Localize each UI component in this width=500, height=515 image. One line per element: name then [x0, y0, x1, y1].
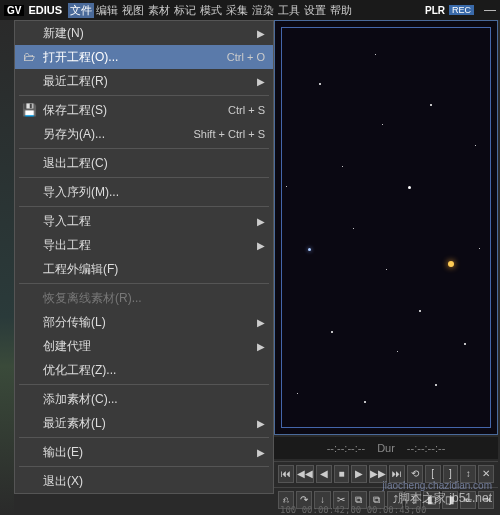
- menu-separator: [19, 95, 269, 96]
- mark-out-button[interactable]: ]: [443, 465, 459, 483]
- app-name: EDIUS: [28, 4, 62, 16]
- expand-button[interactable]: ↕: [460, 465, 476, 483]
- menu-external-edit[interactable]: 工程外编辑(F): [15, 257, 273, 281]
- menu-separator: [19, 384, 269, 385]
- menu-exit-label: 退出(X): [43, 473, 265, 490]
- submenu-arrow-icon: ▶: [257, 76, 265, 87]
- go-start-button[interactable]: ⏮: [278, 465, 294, 483]
- submenu-arrow-icon: ▶: [257, 28, 265, 39]
- step-back-button[interactable]: ◀: [316, 465, 332, 483]
- file-menu-dropdown: 新建(N) ▶ 🗁 打开工程(O)... Ctrl + O 最近工程(R) ▶ …: [14, 20, 274, 494]
- rewind-button[interactable]: ◀◀: [296, 465, 314, 483]
- timecode-out: --:--:--:--: [407, 442, 445, 454]
- submenu-arrow-icon: ▶: [257, 240, 265, 251]
- menu-recent-projects[interactable]: 最近工程(R) ▶: [15, 69, 273, 93]
- menu-close-project[interactable]: 退出工程(C): [15, 151, 273, 175]
- menu-export-project[interactable]: 导出工程 ▶: [15, 233, 273, 257]
- menu-open-label: 打开工程(O)...: [43, 49, 215, 66]
- brand-logo: GV: [4, 5, 24, 16]
- menu-saveas[interactable]: 另存为(A)... Shift + Ctrl + S: [15, 122, 273, 146]
- next-edit-button[interactable]: ⇥: [478, 491, 494, 509]
- menu-importproj-label: 导入工程: [43, 213, 257, 230]
- rec-badge: REC: [449, 5, 474, 15]
- submenu-arrow-icon: ▶: [257, 341, 265, 352]
- timecode-in: --:--:--:--: [327, 442, 365, 454]
- menu-partial-label: 部分传输(L): [43, 314, 257, 331]
- menu-recent-label: 最近工程(R): [43, 73, 257, 90]
- prev-edit-button[interactable]: ⇤: [460, 491, 476, 509]
- menu-output-label: 输出(E): [43, 444, 257, 461]
- menu-new[interactable]: 新建(N) ▶: [15, 21, 273, 45]
- menu-clip[interactable]: 素材: [146, 3, 172, 18]
- submenu-arrow-icon: ▶: [257, 418, 265, 429]
- menu-save-label: 保存工程(S): [43, 102, 216, 119]
- menu-render[interactable]: 渲染: [250, 3, 276, 18]
- menu-partial-transfer[interactable]: 部分传输(L) ▶: [15, 310, 273, 334]
- menu-separator: [19, 177, 269, 178]
- submenu-arrow-icon: ▶: [257, 216, 265, 227]
- titlebar: GV EDIUS 文件 编辑 视图 素材 标记 模式 采集 渲染 工具 设置 帮…: [0, 0, 500, 20]
- menu-output[interactable]: 输出(E) ▶: [15, 440, 273, 464]
- menu-capture[interactable]: 采集: [224, 3, 250, 18]
- timecode-bar: --:--:--:-- Dur --:--:--:--: [274, 437, 498, 459]
- menu-file[interactable]: 文件: [68, 3, 94, 18]
- menu-separator: [19, 148, 269, 149]
- menu-importseq-label: 导入序列(M)...: [43, 184, 265, 201]
- play-button[interactable]: ▶: [351, 465, 367, 483]
- menu-saveas-shortcut: Shift + Ctrl + S: [193, 128, 265, 140]
- menu-close-label: 退出工程(C): [43, 155, 265, 172]
- save-icon: 💾: [15, 103, 43, 117]
- menu-edit[interactable]: 编辑: [94, 3, 120, 18]
- menu-new-label: 新建(N): [43, 25, 257, 42]
- mark-in-button[interactable]: [: [425, 465, 441, 483]
- timeline-timecode: 100 00:00:42;00 00:00:43;00: [280, 505, 426, 515]
- menu-optimize-label: 优化工程(Z)...: [43, 362, 265, 379]
- menu-add-clip[interactable]: 添加素材(C)...: [15, 387, 273, 411]
- stop-button[interactable]: ■: [334, 465, 350, 483]
- close-button[interactable]: ✕: [478, 465, 494, 483]
- menu-recent-clips[interactable]: 最近素材(L) ▶: [15, 411, 273, 435]
- menu-proxy-label: 创建代理: [43, 338, 257, 355]
- menu-save-shortcut: Ctrl + S: [228, 104, 265, 116]
- folder-open-icon: 🗁: [15, 50, 43, 64]
- menu-separator: [19, 437, 269, 438]
- menu-optimize[interactable]: 优化工程(Z)...: [15, 358, 273, 382]
- menu-exportproj-label: 导出工程: [43, 237, 257, 254]
- preview-monitor: [274, 20, 498, 435]
- menu-recentclip-label: 最近素材(L): [43, 415, 257, 432]
- minimize-button[interactable]: —: [484, 3, 496, 17]
- menu-open-project[interactable]: 🗁 打开工程(O)... Ctrl + O: [15, 45, 273, 69]
- menu-separator: [19, 206, 269, 207]
- submenu-arrow-icon: ▶: [257, 317, 265, 328]
- titlebar-right: PLR REC —: [425, 3, 496, 17]
- go-end-button[interactable]: ⏭: [389, 465, 405, 483]
- menu-import-project[interactable]: 导入工程 ▶: [15, 209, 273, 233]
- loop-button[interactable]: ⟲: [407, 465, 423, 483]
- menu-open-shortcut: Ctrl + O: [227, 51, 265, 63]
- trim-out-button[interactable]: ◨: [442, 491, 458, 509]
- menu-exit[interactable]: 退出(X): [15, 469, 273, 493]
- transport-controls: ⏮ ◀◀ ◀ ■ ▶ ▶▶ ⏭ ⟲ [ ] ↕ ✕: [274, 461, 498, 485]
- menu-saveas-label: 另存为(A)...: [43, 126, 181, 143]
- menu-extedit-label: 工程外编辑(F): [43, 261, 265, 278]
- menu-settings[interactable]: 设置: [302, 3, 328, 18]
- menu-restore-offline: 恢复离线素材(R)...: [15, 286, 273, 310]
- duration-label: Dur: [377, 442, 395, 454]
- preview-content: [275, 21, 497, 434]
- menu-view[interactable]: 视图: [120, 3, 146, 18]
- menu-import-sequence[interactable]: 导入序列(M)...: [15, 180, 273, 204]
- menu-separator: [19, 466, 269, 467]
- fast-forward-button[interactable]: ▶▶: [369, 465, 387, 483]
- menu-tools[interactable]: 工具: [276, 3, 302, 18]
- menu-bar: 文件 编辑 视图 素材 标记 模式 采集 渲染 工具 设置 帮助: [68, 3, 354, 18]
- menu-separator: [19, 283, 269, 284]
- menu-marker[interactable]: 标记: [172, 3, 198, 18]
- menu-mode[interactable]: 模式: [198, 3, 224, 18]
- submenu-arrow-icon: ▶: [257, 447, 265, 458]
- menu-create-proxy[interactable]: 创建代理 ▶: [15, 334, 273, 358]
- menu-save[interactable]: 💾 保存工程(S) Ctrl + S: [15, 98, 273, 122]
- left-gutter: [0, 20, 14, 515]
- menu-addclip-label: 添加素材(C)...: [43, 391, 265, 408]
- menu-help[interactable]: 帮助: [328, 3, 354, 18]
- plr-label: PLR: [425, 5, 445, 16]
